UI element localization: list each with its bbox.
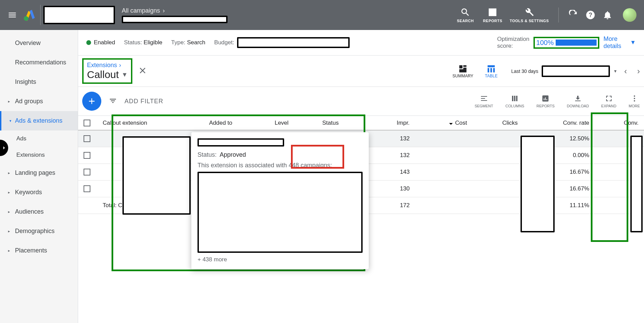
profile-avatar[interactable]: [623, 8, 636, 22]
col-conv-rate[interactable]: Conv. rate: [523, 116, 595, 130]
close-icon: [138, 66, 147, 75]
more-vert-icon: [630, 94, 639, 103]
sidebar-item-ads-extensions[interactable]: Ads & extensions: [0, 111, 78, 130]
sidebar-sub-extensions[interactable]: Extensions: [0, 147, 78, 163]
close-button[interactable]: [138, 66, 147, 76]
more-button[interactable]: MORE: [629, 94, 640, 108]
more-campaigns-text: + 438 more: [197, 256, 363, 263]
cost-values-redacted: [521, 136, 555, 232]
svg-rect-18: [545, 97, 546, 100]
expand-icon: [605, 94, 613, 103]
table-toolbar: ADD FILTER SEGMENT COLUMNS REPORTS DOWNL…: [78, 87, 644, 116]
col-added-to[interactable]: Added to: [204, 116, 269, 130]
enabled-status-dot: [86, 40, 91, 45]
row-checkbox[interactable]: [84, 152, 90, 159]
row-checkbox[interactable]: [84, 169, 90, 175]
view-summary-tab[interactable]: SUMMARY: [452, 64, 473, 78]
date-next-button[interactable]: ›: [637, 66, 640, 76]
svg-marker-1: [30, 10, 35, 19]
sidebar-item-overview[interactable]: Overview: [0, 33, 78, 53]
budget-redacted: [237, 37, 350, 48]
svg-point-22: [634, 100, 635, 102]
search-icon: [460, 7, 470, 17]
download-button[interactable]: DOWNLOAD: [567, 94, 589, 108]
dropdown-arrow-icon[interactable]: ▼: [121, 71, 128, 78]
more-details-link[interactable]: More details: [603, 35, 624, 50]
chevron-right-icon: ›: [163, 7, 165, 14]
campaign-status-bar: Enabled Status: Eligible Type: Search Bu…: [78, 30, 644, 56]
extension-type-dropdown[interactable]: Callout: [87, 69, 119, 80]
breadcrumb-all-campaigns[interactable]: All campaigns ›: [122, 7, 228, 14]
sidebar-item-landing-pages[interactable]: Landing pages: [0, 163, 78, 183]
refresh-button[interactable]: [568, 10, 579, 20]
dropdown-arrow-icon[interactable]: ▼: [613, 69, 617, 74]
svg-rect-6: [463, 65, 466, 67]
view-table-tab[interactable]: TABLE: [485, 64, 498, 78]
search-button[interactable]: SEARCH: [455, 7, 475, 23]
col-conv[interactable]: Conv.: [595, 116, 644, 130]
google-ads-logo: [23, 9, 35, 21]
svg-rect-13: [512, 96, 513, 101]
sidebar-item-demographics[interactable]: Demographics: [0, 221, 78, 241]
svg-rect-17: [544, 98, 544, 100]
main-content: Enabled Status: Eligible Type: Search Bu…: [78, 30, 644, 323]
summary-icon: [458, 64, 468, 74]
sidebar-item-audiences[interactable]: Audiences: [0, 202, 78, 221]
extensions-link[interactable]: Extensions: [87, 62, 117, 69]
sidebar-item-placements[interactable]: Placements: [0, 241, 78, 260]
col-callout[interactable]: Callout extension: [97, 116, 204, 130]
menu-icon: [8, 10, 17, 20]
help-button[interactable]: ?: [585, 10, 596, 20]
add-extension-button[interactable]: [82, 92, 101, 111]
hamburger-button[interactable]: [4, 7, 20, 23]
campaign-list-redacted: [197, 172, 363, 253]
sidebar-item-keywords[interactable]: Keywords: [0, 183, 78, 202]
sidebar-item-insights[interactable]: Insights: [0, 72, 78, 92]
app-header: All campaigns › SEARCH REPORTS TOOLS & S…: [0, 0, 644, 30]
reports-tool-button[interactable]: REPORTS: [537, 94, 555, 108]
columns-button[interactable]: COLUMNS: [506, 94, 524, 108]
expand-button[interactable]: EXPAND: [601, 94, 616, 108]
col-status[interactable]: Status: [317, 116, 369, 130]
filter-button[interactable]: [109, 97, 117, 106]
reports-button[interactable]: REPORTS: [482, 7, 503, 23]
columns-icon: [511, 94, 519, 103]
row-checkbox[interactable]: [84, 135, 90, 142]
filter-icon: [109, 97, 117, 105]
col-level[interactable]: Level: [269, 116, 317, 130]
extensions-breadcrumb: Extensions› Callout▼: [82, 58, 132, 84]
add-filter-input[interactable]: ADD FILTER: [125, 98, 467, 105]
reports-icon: [487, 7, 498, 17]
svg-rect-11: [491, 68, 492, 72]
chevron-right-icon: [1, 145, 7, 151]
expand-icon[interactable]: ▼: [630, 39, 636, 46]
sidebar-item-recommendations[interactable]: Recommendations: [0, 53, 78, 72]
svg-rect-15: [516, 96, 517, 101]
extensions-header-bar: Extensions› Callout▼ SUMMARY TABLE Last …: [78, 56, 644, 87]
col-cost[interactable]: Cost: [415, 116, 472, 130]
notifications-button[interactable]: [602, 10, 613, 20]
col-clicks[interactable]: Clicks: [472, 116, 523, 130]
svg-rect-8: [459, 69, 467, 72]
sort-desc-icon: [448, 120, 454, 126]
date-prev-button[interactable]: ‹: [624, 66, 627, 76]
row-checkbox[interactable]: [84, 185, 90, 192]
bar-chart-icon: [541, 94, 550, 103]
wrench-icon: [524, 7, 535, 17]
sidebar: Overview Recommendations Insights Ad gro…: [0, 30, 78, 323]
sidebar-item-ad-groups[interactable]: Ad groups: [0, 92, 78, 111]
svg-rect-5: [459, 65, 463, 68]
account-selector-redacted[interactable]: [43, 6, 115, 24]
campaign-status-toggle[interactable]: Enabled: [86, 39, 115, 46]
download-icon: [574, 94, 582, 103]
col-impr[interactable]: Impr.: [369, 116, 415, 130]
svg-point-2: [24, 16, 29, 21]
campaign-name-redacted[interactable]: [122, 16, 228, 23]
sidebar-sub-ads[interactable]: Ads: [0, 130, 78, 147]
tools-settings-button[interactable]: TOOLS & SETTINGS: [510, 7, 549, 23]
segment-icon: [480, 94, 488, 103]
date-range-picker[interactable]: Last 30 days ▼ ‹ ›: [511, 65, 640, 77]
select-all-checkbox[interactable]: [84, 120, 90, 126]
segment-button[interactable]: SEGMENT: [474, 94, 493, 108]
svg-point-21: [634, 98, 635, 99]
